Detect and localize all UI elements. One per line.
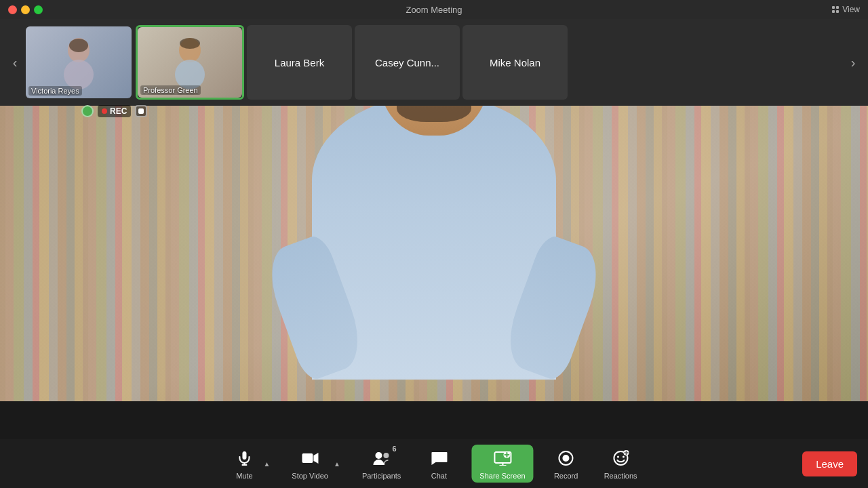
svg-marker-14 bbox=[313, 453, 318, 464]
thumb-label-professor: Professor Green bbox=[140, 85, 201, 95]
svg-rect-2 bbox=[832, 10, 835, 13]
rec-badge: REC bbox=[98, 105, 131, 117]
toolbar-center: Mute ▲ Stop Video ▲ bbox=[225, 445, 642, 483]
thumbnail-casey[interactable]: Casey Cunn... bbox=[355, 25, 460, 100]
close-button[interactable] bbox=[8, 5, 17, 14]
participants-button[interactable]: 6 Participants bbox=[357, 445, 406, 483]
record-button[interactable]: Record bbox=[547, 445, 585, 483]
record-icon bbox=[555, 447, 577, 469]
participants-icon: 6 bbox=[371, 447, 393, 469]
video-camera-icon bbox=[299, 447, 321, 469]
leave-button[interactable]: Leave bbox=[802, 451, 857, 476]
participant-strip: ‹ Victoria Reyes Prof bbox=[0, 19, 868, 106]
svg-point-6 bbox=[69, 39, 88, 52]
svg-point-5 bbox=[64, 60, 94, 89]
stop-video-wrapper: Stop Video ▲ bbox=[286, 445, 343, 483]
mute-label: Mute bbox=[236, 472, 252, 480]
thumb-label-casey: Casey Cunn... bbox=[370, 52, 445, 74]
strip-nav-left[interactable]: ‹ bbox=[5, 19, 24, 106]
toolbar: Mute ▲ Stop Video ▲ bbox=[0, 439, 868, 488]
strip-thumbnails: Victoria Reyes Professor Green Laura Ber… bbox=[24, 19, 844, 106]
arm-left bbox=[260, 232, 370, 383]
thumbnail-mike[interactable]: Mike Nolan bbox=[462, 25, 568, 100]
svg-point-24 bbox=[563, 455, 570, 462]
stop-video-label: Stop Video bbox=[292, 472, 328, 480]
svg-point-16 bbox=[384, 453, 389, 458]
svg-rect-10 bbox=[242, 451, 246, 460]
reactions-button[interactable]: Reactions bbox=[599, 445, 643, 483]
rec-text: REC bbox=[110, 106, 127, 116]
participants-label: Participants bbox=[362, 472, 401, 480]
window-title: Zoom Meeting bbox=[406, 5, 462, 15]
view-button[interactable]: View bbox=[831, 5, 860, 14]
svg-point-9 bbox=[180, 38, 200, 49]
svg-point-27 bbox=[623, 456, 625, 458]
mute-wrapper: Mute ▲ bbox=[225, 445, 273, 483]
video-caret[interactable]: ▲ bbox=[331, 459, 343, 469]
titlebar: Zoom Meeting View bbox=[0, 0, 868, 19]
svg-rect-0 bbox=[832, 6, 835, 9]
strip-nav-right[interactable]: › bbox=[844, 19, 863, 106]
thumbnail-victoria[interactable]: Victoria Reyes bbox=[24, 25, 133, 100]
rec-stop-button[interactable] bbox=[135, 105, 147, 117]
speaker-body bbox=[312, 95, 556, 380]
chat-icon bbox=[428, 447, 450, 469]
reactions-icon bbox=[610, 447, 631, 469]
thumb-label-mike: Mike Nolan bbox=[484, 52, 546, 74]
recording-indicator: REC bbox=[81, 105, 147, 117]
mute-button[interactable]: Mute bbox=[225, 445, 263, 483]
mute-caret[interactable]: ▲ bbox=[260, 459, 273, 469]
person-silhouette-victoria bbox=[58, 35, 99, 89]
record-label: Record bbox=[554, 472, 578, 480]
microphone-icon bbox=[233, 447, 255, 469]
maximize-button[interactable] bbox=[34, 5, 43, 14]
stop-video-button[interactable]: Stop Video bbox=[286, 445, 334, 483]
toolbar-right: Leave bbox=[802, 451, 857, 476]
share-screen-label: Share Screen bbox=[479, 472, 525, 480]
chat-label: Chat bbox=[431, 472, 447, 480]
view-icon bbox=[831, 5, 840, 14]
svg-rect-3 bbox=[836, 10, 839, 13]
arm-right bbox=[498, 232, 608, 383]
green-dot-icon bbox=[81, 105, 94, 117]
minimize-button[interactable] bbox=[21, 5, 30, 14]
thumb-label-laura: Laura Berk bbox=[269, 52, 330, 74]
svg-rect-13 bbox=[302, 453, 313, 463]
reactions-label: Reactions bbox=[604, 472, 637, 480]
share-screen-button[interactable]: Share Screen bbox=[471, 445, 533, 483]
share-screen-icon bbox=[492, 447, 513, 469]
stop-icon bbox=[138, 108, 144, 114]
window-controls bbox=[8, 5, 43, 14]
thumbnail-laura-berk[interactable]: Laura Berk bbox=[247, 25, 352, 100]
thumb-label-victoria: Victoria Reyes bbox=[28, 86, 82, 96]
svg-rect-1 bbox=[836, 6, 839, 9]
rec-dot-icon bbox=[102, 108, 107, 114]
chat-button[interactable]: Chat bbox=[420, 445, 458, 483]
thumbnail-professor-green[interactable]: Professor Green bbox=[136, 25, 244, 100]
svg-point-15 bbox=[376, 452, 382, 459]
person-silhouette-professor bbox=[170, 35, 210, 89]
participants-count: 6 bbox=[392, 445, 396, 453]
svg-point-26 bbox=[617, 456, 619, 458]
